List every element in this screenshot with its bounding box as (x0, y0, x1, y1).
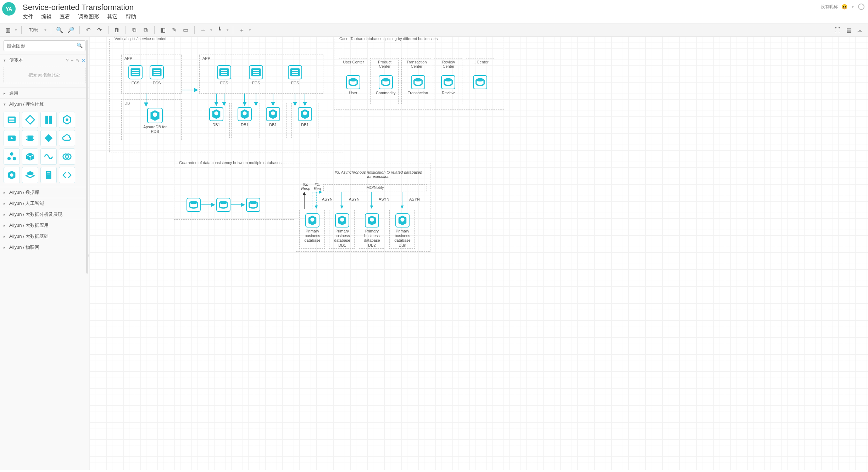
connection-dropdown-icon[interactable]: ▼ (210, 28, 213, 32)
scratchpad-edit-icon[interactable]: ✎ (76, 58, 79, 63)
sidebar-mode-dropdown-icon[interactable]: ▼ (14, 28, 18, 32)
node-db-chain[interactable] (216, 198, 230, 213)
sidebar: 🔍 ▾ 便笺本 ? + ✎ ✕ 把元素拖至此处 ▸ 通用 ▾ Aliyun / … (0, 37, 89, 470)
panel-scratchpad[interactable]: ▾ 便笺本 ? + ✎ ✕ (0, 55, 89, 66)
svg-rect-2 (9, 119, 15, 120)
caret-right-icon: ▸ (4, 190, 7, 195)
sidebar-splitter[interactable]: ⋮ (87, 253, 89, 257)
menu-file[interactable]: 文件 (23, 13, 33, 20)
user-dropdown-icon[interactable]: ▼ (851, 5, 855, 9)
node-pbd2[interactable]: Primary business database DB2 (364, 213, 380, 248)
undo-button[interactable]: ↶ (83, 25, 93, 35)
node-rds[interactable]: ApsaraDB for RDS (139, 108, 171, 134)
sidebar-scrollbar[interactable] (86, 40, 88, 274)
collapse-button[interactable]: ︽ (855, 25, 865, 35)
shape-batch[interactable] (4, 130, 20, 146)
node-db1[interactable]: DB1 (266, 107, 280, 127)
node-ecs[interactable]: ECS (150, 65, 164, 85)
group-mo[interactable]: MO/Notify (323, 184, 427, 191)
avatar[interactable]: YA (2, 2, 16, 16)
shape-code[interactable] (59, 167, 75, 183)
zoom-value[interactable]: 70% (25, 27, 42, 33)
format-panel-button[interactable]: ▤ (844, 25, 854, 35)
menu-arrange[interactable]: 调整图形 (78, 13, 99, 20)
node-ecs[interactable]: ECS (128, 65, 143, 85)
node-pbd[interactable]: Primary business database (304, 213, 321, 243)
panel-aliyun-base[interactable]: ▸Aliyun / 大数据基础 (0, 231, 89, 242)
to-front-button[interactable]: ⧉ (129, 25, 139, 35)
node-db1[interactable]: DB1 (298, 107, 312, 127)
redo-button[interactable]: ↷ (95, 25, 105, 35)
node-pbdn[interactable]: Primary business database DBn (394, 213, 411, 248)
shape-gear-hex[interactable] (4, 167, 20, 183)
diagram-canvas[interactable]: Vertical split / service-oriented APP EC… (89, 37, 868, 470)
stack-icon (473, 75, 487, 89)
node-user[interactable]: User (346, 75, 360, 95)
zoom-out-button[interactable]: 🔎 (66, 25, 76, 35)
scratchpad-close-icon[interactable]: ✕ (82, 58, 85, 63)
shape-cloud[interactable] (59, 130, 75, 146)
shape-container[interactable] (40, 112, 57, 128)
menu-edit[interactable]: 编辑 (41, 13, 52, 20)
shape-venn[interactable] (59, 148, 75, 165)
node-review[interactable]: Review (441, 75, 455, 95)
delete-button[interactable]: 🗑 (112, 25, 122, 35)
panel-aliyun-ecs[interactable]: ▾ Aliyun / 弹性计算 (0, 99, 89, 109)
shape-diamond[interactable] (40, 130, 57, 146)
waypoint-button[interactable]: ┗ (215, 25, 224, 35)
zoom-dropdown-icon[interactable]: ▼ (44, 28, 47, 32)
panel-aliyun-iot[interactable]: ▸Aliyun / 物联网 (0, 242, 89, 253)
shape-nodes[interactable] (4, 148, 20, 165)
insert-dropdown-icon[interactable]: ▼ (248, 28, 252, 32)
to-back-button[interactable]: ⧉ (141, 25, 151, 35)
shape-autoscaling[interactable] (22, 112, 38, 128)
menu-view[interactable]: 查看 (60, 13, 70, 20)
shape-ecs[interactable] (4, 112, 20, 128)
shape-cube[interactable] (22, 148, 38, 165)
menu-extras[interactable]: 其它 (107, 13, 118, 20)
toggle-sidebar-button[interactable]: ▥ (3, 25, 13, 35)
shape-kubernetes[interactable] (59, 112, 75, 128)
panel-aliyun-app[interactable]: ▸Aliyun / 大数据应用 (0, 220, 89, 231)
node-transaction[interactable]: Transaction (408, 75, 428, 95)
user-nickname[interactable]: 没有昵称 (821, 4, 838, 10)
scratchpad-help-icon[interactable]: ? (66, 58, 68, 63)
line-color-button[interactable]: ✎ (169, 25, 179, 35)
panel-aliyun-bi[interactable]: ▸Aliyun / 大数据分析及展现 (0, 209, 89, 220)
shape-chip[interactable] (22, 130, 38, 146)
node-commodity[interactable]: Commodity (376, 75, 396, 95)
node-pbd1[interactable]: Primary business database DB1 (334, 213, 350, 248)
globe-icon[interactable] (858, 4, 864, 10)
panel-general[interactable]: ▸ 通用 (0, 88, 89, 99)
fill-color-button[interactable]: ◧ (158, 25, 168, 35)
waypoint-dropdown-icon[interactable]: ▼ (226, 28, 229, 32)
document-title[interactable]: Service-oriented Transformation (23, 3, 821, 12)
scratchpad-add-icon[interactable]: + (71, 58, 73, 63)
shape-wave[interactable] (40, 148, 57, 165)
panel-aliyun-ai[interactable]: ▸Aliyun / 人工智能 (0, 198, 89, 209)
connection-button[interactable]: → (198, 25, 208, 35)
search-icon[interactable]: 🔍 (77, 43, 83, 48)
search-input[interactable] (4, 40, 85, 51)
scratchpad-dropzone[interactable]: 把元素拖至此处 (4, 67, 85, 83)
node-center-etc[interactable]: ... (473, 75, 487, 95)
zoom-in-button[interactable]: 🔍 (55, 25, 65, 35)
toolbar-separator (108, 26, 108, 34)
panel-aliyun-db[interactable]: ▸Aliyun / 数据库 (0, 187, 89, 198)
node-ecs[interactable]: ECS (249, 65, 263, 85)
node-label: Primary business database DB1 (334, 229, 350, 248)
node-ecs[interactable]: ECS (288, 65, 302, 85)
node-label: ECS (153, 81, 161, 85)
shape-layers[interactable] (22, 167, 38, 183)
node-db1[interactable]: DB1 (238, 107, 252, 127)
menu-help[interactable]: 帮助 (126, 13, 136, 20)
node-db-chain[interactable] (187, 198, 201, 213)
insert-button[interactable]: ＋ (237, 25, 247, 35)
fullscreen-button[interactable]: ⛶ (833, 25, 842, 35)
node-db1[interactable]: DB1 (209, 107, 223, 127)
node-db-chain[interactable] (246, 198, 260, 213)
node-ecs[interactable]: ECS (217, 65, 231, 85)
node-label: Primary business database (304, 229, 321, 243)
shape-doc[interactable] (40, 167, 57, 183)
shadow-button[interactable]: ▭ (181, 25, 191, 35)
